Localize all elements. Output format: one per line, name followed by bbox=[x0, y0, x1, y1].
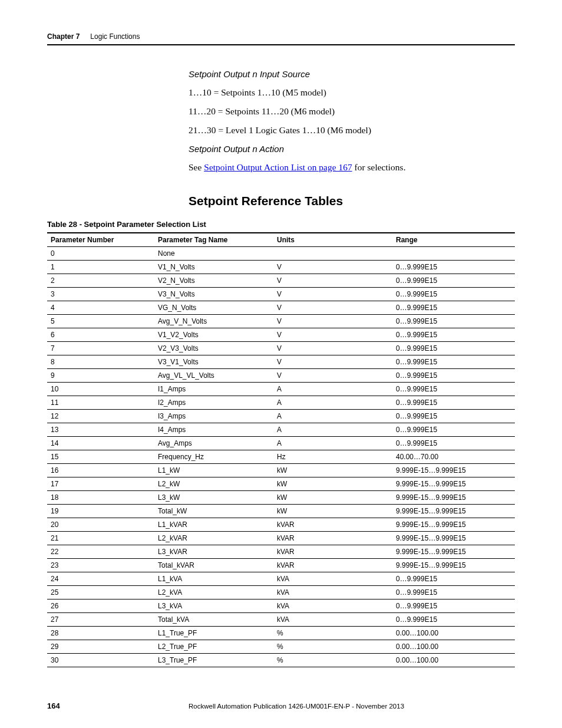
cell-units: kVA bbox=[273, 599, 392, 613]
cell-units: kVA bbox=[273, 586, 392, 599]
table-row: 9Avg_VL_VL_VoltsV0…9.999E15 bbox=[47, 369, 515, 383]
cell-parameter-number: 26 bbox=[47, 599, 154, 613]
cell-units: kVAR bbox=[273, 559, 392, 572]
cell-range: 0…9.999E15 bbox=[392, 383, 515, 396]
cell-range: 9.999E-15…9.999E15 bbox=[392, 464, 515, 477]
cell-range bbox=[392, 247, 515, 261]
cell-units: V bbox=[273, 288, 392, 301]
cell-units: V bbox=[273, 342, 392, 355]
cross-reference-link[interactable]: Setpoint Output Action List on page 167 bbox=[204, 162, 352, 172]
cell-range: 0…9.999E15 bbox=[392, 613, 515, 627]
cell-parameter-tag: L2_kW bbox=[154, 477, 273, 491]
table-row: 26L3_kVAkVA0…9.999E15 bbox=[47, 599, 515, 613]
table-row: 24L1_kVAkVA0…9.999E15 bbox=[47, 572, 515, 586]
cell-parameter-number: 23 bbox=[47, 559, 154, 572]
cell-range: 0…9.999E15 bbox=[392, 274, 515, 288]
cell-range: 0…9.999E15 bbox=[392, 369, 515, 383]
table-row: 3V3_N_VoltsV0…9.999E15 bbox=[47, 288, 515, 301]
cell-units: kVAR bbox=[273, 545, 392, 559]
table-row: 20L1_kVARkVAR9.999E-15…9.999E15 bbox=[47, 518, 515, 532]
running-header: Chapter 7 Logic Functions bbox=[47, 32, 515, 45]
cell-units: A bbox=[273, 437, 392, 450]
cell-parameter-number: 16 bbox=[47, 464, 154, 477]
cell-range: 0.00…100.00 bbox=[392, 627, 515, 640]
cell-units: Hz bbox=[273, 450, 392, 464]
page-footer: 164 Rockwell Automation Publication 1426… bbox=[47, 701, 515, 710]
cell-parameter-tag: L1_True_PF bbox=[154, 627, 273, 640]
cell-units: % bbox=[273, 654, 392, 667]
cell-parameter-number: 11 bbox=[47, 396, 154, 410]
cell-units: kVAR bbox=[273, 532, 392, 545]
cell-parameter-tag: V1_N_Volts bbox=[154, 261, 273, 274]
table-row: 15Frequency_HzHz40.00…70.00 bbox=[47, 450, 515, 464]
cell-parameter-tag: Frequency_Hz bbox=[154, 450, 273, 464]
table-row: 18L3_kWkW9.999E-15…9.999E15 bbox=[47, 491, 515, 505]
chapter-label: Chapter 7 bbox=[47, 32, 80, 41]
cell-parameter-number: 12 bbox=[47, 410, 154, 423]
table-row: 8V3_V1_VoltsV0…9.999E15 bbox=[47, 355, 515, 369]
cell-parameter-number: 28 bbox=[47, 627, 154, 640]
cell-parameter-number: 5 bbox=[47, 315, 154, 328]
cell-parameter-tag: V3_V1_Volts bbox=[154, 355, 273, 369]
cell-range: 0.00…100.00 bbox=[392, 654, 515, 667]
cell-parameter-tag: L1_kW bbox=[154, 464, 273, 477]
cell-range: 0…9.999E15 bbox=[392, 586, 515, 599]
cell-units: V bbox=[273, 328, 392, 342]
cell-units: A bbox=[273, 423, 392, 437]
table-caption: Table 28 - Setpoint Parameter Selection … bbox=[47, 220, 515, 229]
page-number: 164 bbox=[47, 701, 189, 710]
cell-units: kVAR bbox=[273, 518, 392, 532]
table-row: 2V2_N_VoltsV0…9.999E15 bbox=[47, 274, 515, 288]
cell-units: % bbox=[273, 627, 392, 640]
cell-parameter-number: 10 bbox=[47, 383, 154, 396]
table-header-row: Parameter Number Parameter Tag Name Unit… bbox=[47, 233, 515, 247]
cell-range: 0…9.999E15 bbox=[392, 410, 515, 423]
table-row: 0None bbox=[47, 247, 515, 261]
cell-parameter-tag: V2_V3_Volts bbox=[154, 342, 273, 355]
col-header-parameter-tag: Parameter Tag Name bbox=[154, 233, 273, 247]
see-line: See Setpoint Output Action List on page … bbox=[189, 162, 515, 173]
table-row: 13I4_AmpsA0…9.999E15 bbox=[47, 423, 515, 437]
cell-range: 0…9.999E15 bbox=[392, 328, 515, 342]
cell-parameter-number: 13 bbox=[47, 423, 154, 437]
cell-parameter-number: 21 bbox=[47, 532, 154, 545]
cell-range: 0…9.999E15 bbox=[392, 572, 515, 586]
cell-range: 9.999E-15…9.999E15 bbox=[392, 545, 515, 559]
cell-units: kW bbox=[273, 464, 392, 477]
cell-units: A bbox=[273, 383, 392, 396]
cell-units: kVA bbox=[273, 613, 392, 627]
table-row: 17L2_kWkW9.999E-15…9.999E15 bbox=[47, 477, 515, 491]
cell-range: 0…9.999E15 bbox=[392, 423, 515, 437]
cell-parameter-tag: L2_kVAR bbox=[154, 532, 273, 545]
cell-parameter-tag: L3_kVA bbox=[154, 599, 273, 613]
cell-parameter-tag: V2_N_Volts bbox=[154, 274, 273, 288]
subheading-input-source: Setpoint Output n Input Source bbox=[189, 69, 515, 79]
table-row: 29L2_True_PF%0.00…100.00 bbox=[47, 640, 515, 654]
table-row: 21L2_kVARkVAR9.999E-15…9.999E15 bbox=[47, 532, 515, 545]
cell-parameter-number: 14 bbox=[47, 437, 154, 450]
table-row: 23Total_kVARkVAR9.999E-15…9.999E15 bbox=[47, 559, 515, 572]
cell-range: 0.00…100.00 bbox=[392, 640, 515, 654]
cell-parameter-tag: Avg_Amps bbox=[154, 437, 273, 450]
cell-parameter-number: 27 bbox=[47, 613, 154, 627]
cell-range: 0…9.999E15 bbox=[392, 288, 515, 301]
cell-units: kW bbox=[273, 491, 392, 505]
table-row: 19Total_kWkW9.999E-15…9.999E15 bbox=[47, 505, 515, 518]
cell-range: 0…9.999E15 bbox=[392, 301, 515, 315]
col-header-units: Units bbox=[273, 233, 392, 247]
cell-units: kVA bbox=[273, 572, 392, 586]
cell-parameter-number: 7 bbox=[47, 342, 154, 355]
table-row: 28L1_True_PF%0.00…100.00 bbox=[47, 627, 515, 640]
cell-parameter-tag: VG_N_Volts bbox=[154, 301, 273, 315]
body-content: Setpoint Output n Input Source 1…10 = Se… bbox=[189, 69, 515, 208]
cell-parameter-tag: L2_kVA bbox=[154, 586, 273, 599]
cell-units: kW bbox=[273, 505, 392, 518]
cell-parameter-number: 17 bbox=[47, 477, 154, 491]
cell-range: 9.999E-15…9.999E15 bbox=[392, 532, 515, 545]
cell-parameter-tag: Total_kVAR bbox=[154, 559, 273, 572]
text-line-3: 21…30 = Level 1 Logic Gates 1…10 (M6 mod… bbox=[189, 125, 515, 136]
cell-range: 40.00…70.00 bbox=[392, 450, 515, 464]
cell-range: 0…9.999E15 bbox=[392, 261, 515, 274]
cell-units: V bbox=[273, 261, 392, 274]
cell-range: 0…9.999E15 bbox=[392, 599, 515, 613]
